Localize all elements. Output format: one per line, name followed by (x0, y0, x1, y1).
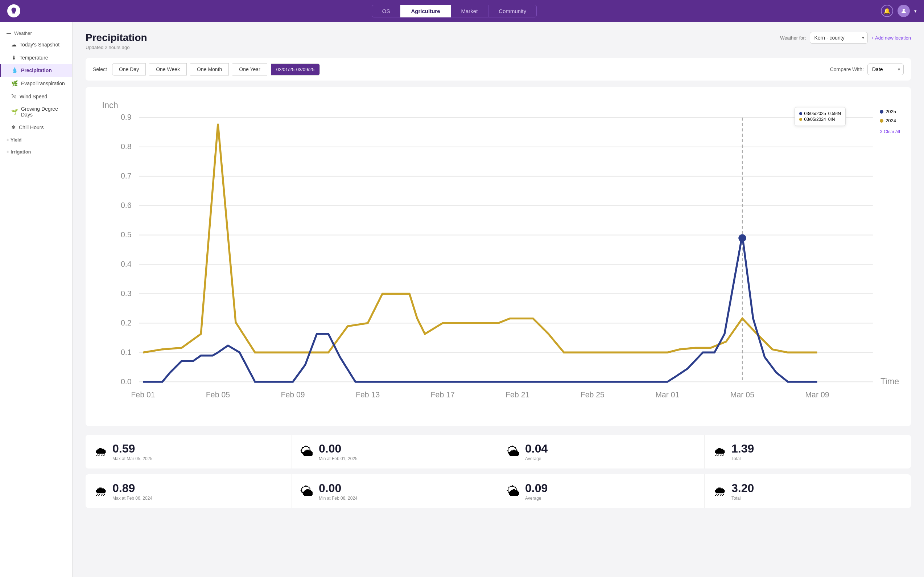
stat-2025-total-label: Total (731, 456, 754, 461)
date-range-button[interactable]: 02/01/25-03/09/25 (271, 63, 320, 76)
x-axis-label: Time (881, 377, 899, 386)
stat-2024-avg-value: 0.09 (525, 482, 548, 495)
svg-text:Feb 25: Feb 25 (580, 390, 604, 399)
top-navigation: OS Agriculture Market Community 🔔 ▾ (0, 0, 924, 22)
nav-tabs: OS Agriculture Market Community (27, 5, 881, 18)
update-time: Updated 2 hours ago (85, 45, 147, 50)
stat-2025-min-label: Min at Feb 01, 2025 (319, 456, 358, 461)
stat-2025-avg: 🌥 0.04 Average (498, 435, 705, 469)
stat-2024-avg: 🌥 0.09 Average (498, 474, 705, 508)
stat-2025-avg-info: 0.04 Average (525, 442, 548, 461)
stat-2025-max-value: 0.59 (112, 442, 152, 455)
stat-2025-min-info: 0.00 Min at Feb 01, 2025 (319, 442, 358, 461)
location-select-wrap: Kern - county (810, 32, 868, 44)
sidebar-irrigation-section[interactable]: + Irrigation (0, 146, 72, 158)
stat-2025-max-info: 0.59 Max at Mar 05, 2025 (112, 442, 152, 461)
svg-text:0.0: 0.0 (121, 377, 132, 386)
one-week-button[interactable]: One Week (149, 63, 187, 76)
stat-icon-avg-2024: 🌥 (507, 484, 520, 499)
svg-text:Feb 13: Feb 13 (356, 390, 380, 399)
user-menu-chevron[interactable]: ▾ (914, 8, 917, 14)
stat-2024-max-value: 0.89 (112, 482, 152, 495)
sidebar-item-windspeed[interactable]: 🌬 Wind Speed (0, 90, 72, 103)
tooltip-point-2025 (738, 234, 746, 242)
compare-with-row: Compare With: Date (830, 63, 904, 75)
one-year-button[interactable]: One Year (233, 63, 267, 76)
sidebar-weather-label: Weather (14, 31, 32, 36)
weather-for-row: Weather for: Kern - county + Add new loc… (780, 32, 911, 44)
sidebar-item-evapotranspiration[interactable]: 🌿 EvapoTranspiration (0, 77, 72, 90)
stat-2024-total-info: 3.20 Total (731, 482, 754, 501)
main-content: Precipitation Updated 2 hours ago Weathe… (72, 22, 924, 577)
temperature-icon: 🌡 (11, 55, 17, 61)
evapotranspiration-icon: 🌿 (11, 80, 18, 87)
stat-icon-max-2025: 🌧 (94, 444, 107, 459)
stat-2025-total-info: 1.39 Total (731, 442, 754, 461)
sidebar: — Weather ☁ Today's Snapshot 🌡 Temperatu… (0, 22, 72, 577)
svg-text:0.8: 0.8 (121, 142, 132, 151)
tab-market[interactable]: Market (451, 5, 489, 18)
location-select[interactable]: Kern - county (810, 32, 868, 44)
sidebar-weather-section[interactable]: — Weather (0, 28, 72, 38)
stat-2024-min: 🌥 0.00 Min at Feb 08, 2024 (292, 474, 498, 508)
svg-text:Feb 17: Feb 17 (431, 390, 455, 399)
stat-icon-total-2025: 🌧 (713, 444, 726, 459)
stat-2024-avg-label: Average (525, 496, 548, 501)
notification-bell[interactable]: 🔔 (881, 5, 893, 17)
stat-icon-max-2024: 🌧 (94, 484, 107, 499)
sidebar-item-chillhours[interactable]: ❄ Chill Hours (0, 121, 72, 134)
tab-os[interactable]: OS (372, 5, 401, 18)
svg-point-0 (903, 9, 905, 11)
add-location-button[interactable]: + Add new location (871, 35, 911, 41)
precipitation-icon: 💧 (11, 67, 18, 74)
snapshot-icon: ☁ (11, 41, 17, 48)
stat-2025-avg-value: 0.04 (525, 442, 548, 455)
stat-icon-total-2024: 🌧 (713, 484, 726, 499)
sidebar-item-precipitation[interactable]: 💧 Precipitation (0, 64, 72, 77)
compare-with-label: Compare With: (830, 66, 864, 72)
stat-2024-total: 🌧 3.20 Total (705, 474, 911, 508)
svg-text:0.6: 0.6 (121, 201, 132, 210)
select-label: Select (93, 66, 107, 72)
compare-select[interactable]: Date (868, 63, 904, 75)
stats-2024-grid: 🌧 0.89 Max at Feb 06, 2024 🌥 0.00 Min at… (85, 474, 911, 508)
svg-text:0.7: 0.7 (121, 172, 132, 181)
sidebar-item-temperature[interactable]: 🌡 Temperature (0, 51, 72, 64)
stat-icon-avg-2025: 🌥 (507, 444, 520, 459)
stat-2025-avg-label: Average (525, 456, 548, 461)
stat-2024-max: 🌧 0.89 Max at Feb 06, 2024 (85, 474, 292, 508)
sidebar-yield-section[interactable]: + Yield (0, 134, 72, 146)
chart-container: 03/05/2025 0.59IN 03/05/2024 0IN 2025 20… (85, 87, 911, 426)
date-select-row: Select One Day One Week One Month One Ye… (85, 58, 911, 81)
windspeed-icon: 🌬 (11, 93, 17, 100)
stat-2025-min-value: 0.00 (319, 442, 358, 455)
svg-text:Feb 05: Feb 05 (206, 390, 230, 399)
svg-text:0.4: 0.4 (121, 260, 132, 269)
svg-text:Feb 09: Feb 09 (281, 390, 305, 399)
weather-dash: — (6, 31, 11, 36)
precipitation-chart: Inch Time 0.9 0.8 (93, 94, 904, 419)
stat-2024-min-value: 0.00 (319, 482, 358, 495)
line-2025 (143, 235, 817, 382)
svg-text:Feb 21: Feb 21 (506, 390, 529, 399)
stat-icon-min-2025: 🌥 (301, 444, 314, 459)
sidebar-item-snapshot[interactable]: ☁ Today's Snapshot (0, 38, 72, 51)
stat-2025-total: 🌧 1.39 Total (705, 435, 911, 469)
svg-text:Mar 09: Mar 09 (805, 390, 829, 399)
user-avatar[interactable] (898, 5, 910, 17)
sidebar-item-growingdegreedays[interactable]: 🌱 Growing Degree Days (0, 103, 72, 121)
stat-icon-min-2024: 🌥 (301, 484, 314, 499)
svg-text:Feb 01: Feb 01 (131, 390, 155, 399)
tab-community[interactable]: Community (488, 5, 537, 18)
app-logo[interactable] (7, 4, 20, 18)
stat-2024-min-label: Min at Feb 08, 2024 (319, 496, 358, 501)
tab-agriculture[interactable]: Agriculture (400, 5, 450, 18)
stat-2024-max-info: 0.89 Max at Feb 06, 2024 (112, 482, 152, 501)
one-day-button[interactable]: One Day (112, 63, 146, 76)
svg-text:Mar 05: Mar 05 (730, 390, 754, 399)
stat-2024-total-value: 3.20 (731, 482, 754, 495)
one-month-button[interactable]: One Month (190, 63, 229, 76)
chillhours-icon: ❄ (11, 124, 16, 131)
main-layout: — Weather ☁ Today's Snapshot 🌡 Temperatu… (0, 22, 924, 577)
stat-2025-max-label: Max at Mar 05, 2025 (112, 456, 152, 461)
